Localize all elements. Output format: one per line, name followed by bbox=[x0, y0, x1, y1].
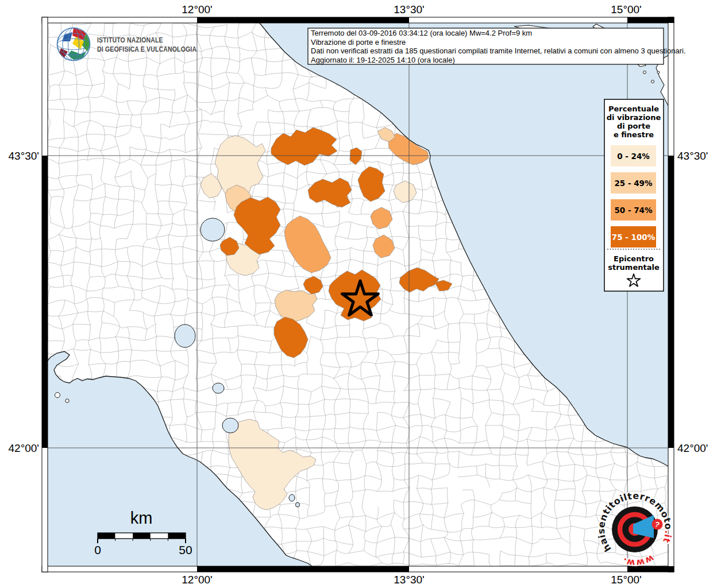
legend-title-1: Percentuale bbox=[608, 105, 659, 113]
legend-box: Percentuale di vibrazione di porte e fin… bbox=[604, 99, 664, 291]
axis-left-4200: 42°00' bbox=[9, 442, 40, 454]
axis-left-4330: 43°30' bbox=[9, 150, 40, 162]
scale-max: 50 bbox=[179, 543, 192, 556]
axis-bottom-15: 15°00' bbox=[611, 574, 642, 586]
axis-bottom-1330: 13°30' bbox=[394, 574, 425, 586]
lake bbox=[222, 418, 238, 433]
legend-class-label-4: 75 - 100% bbox=[612, 233, 656, 242]
event-updated: Aggiornato il: 19-12-2025 14:10 (ora loc… bbox=[311, 56, 455, 64]
haisentito-map-page: 12°00' 13°30' 15°00' 12°00' 13°30' 15°00… bbox=[0, 0, 721, 588]
islet bbox=[643, 71, 646, 74]
scale-min: 0 bbox=[94, 543, 101, 556]
lake bbox=[296, 502, 300, 507]
axis-right-4330: 43°30' bbox=[677, 150, 708, 162]
ingv-name-line2: DI GEOFISICA E VULCANOLOGIA bbox=[97, 45, 197, 53]
legend-title-3: di porte bbox=[617, 122, 650, 130]
event-effect: Vibrazione di porte e finestre bbox=[311, 38, 406, 47]
legend-epicenter-line1: Epicentro bbox=[614, 254, 654, 263]
legend-title-4: e finestre bbox=[614, 130, 654, 139]
scale-unit: km bbox=[130, 509, 153, 527]
axis-top-1330: 13°30' bbox=[394, 3, 425, 16]
lake bbox=[289, 494, 295, 501]
ingv-name-line1: ISTITUTO NAZIONALE bbox=[97, 36, 163, 44]
islet bbox=[657, 71, 660, 74]
axis-bottom-12: 12°00' bbox=[182, 574, 213, 586]
axis-right-4200: 42°00' bbox=[677, 442, 708, 454]
legend-title-2: di vibrazione bbox=[607, 113, 661, 122]
islet bbox=[651, 80, 654, 83]
legend-epicenter-line2: strumentale bbox=[608, 263, 660, 272]
axis-top-12: 12°00' bbox=[182, 3, 213, 16]
event-data-note: Dati non verificati estratti da 185 ques… bbox=[311, 47, 686, 55]
legend-class-label-3: 50 - 74% bbox=[614, 206, 653, 215]
legend-class-label-1: 0 - 24% bbox=[617, 152, 650, 161]
event-title: Terremoto del 03-09-2016 03:34:12 (ora l… bbox=[311, 29, 532, 37]
map-canvas: 12°00' 13°30' 15°00' 12°00' 13°30' 15°00… bbox=[0, 0, 721, 588]
islet bbox=[55, 393, 60, 398]
lake bbox=[175, 324, 195, 347]
legend-class-label-2: 25 - 49% bbox=[614, 179, 653, 188]
lake bbox=[213, 383, 224, 393]
axis-top-15: 15°00' bbox=[611, 3, 642, 16]
islet bbox=[65, 399, 69, 403]
event-info-box: Terremoto del 03-09-2016 03:34:12 (ora l… bbox=[308, 28, 686, 64]
lake bbox=[201, 218, 225, 241]
